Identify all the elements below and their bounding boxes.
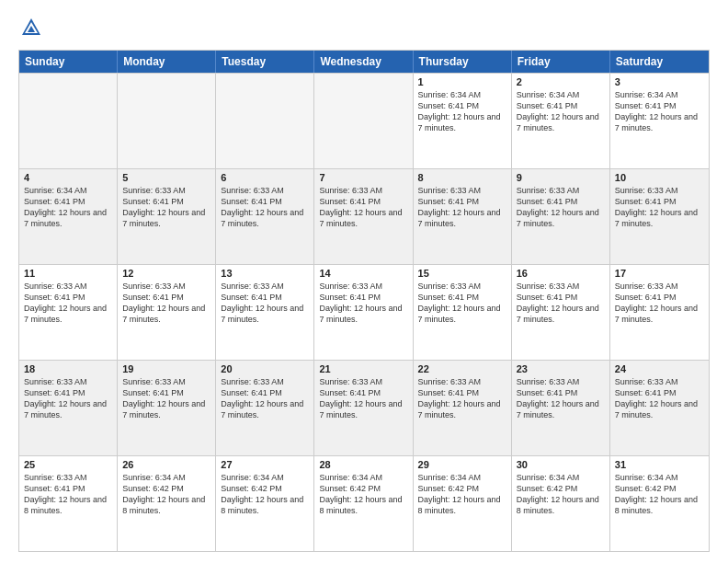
day-info: Sunrise: 6:33 AMSunset: 6:41 PMDaylight:… (418, 281, 506, 326)
calendar: SundayMondayTuesdayWednesdayThursdayFrid… (18, 50, 710, 552)
cal-cell: 1Sunrise: 6:34 AMSunset: 6:41 PMDaylight… (414, 74, 512, 168)
cal-cell: 22Sunrise: 6:33 AMSunset: 6:41 PMDayligh… (414, 361, 512, 455)
day-number: 23 (517, 363, 605, 374)
cal-cell (216, 74, 314, 168)
cal-cell: 6Sunrise: 6:33 AMSunset: 6:41 PMDaylight… (216, 169, 314, 264)
day-info: Sunrise: 6:34 AMSunset: 6:41 PMDaylight:… (24, 185, 112, 230)
cal-cell: 5Sunrise: 6:33 AMSunset: 6:41 PMDaylight… (118, 169, 216, 264)
day-number: 30 (517, 459, 605, 470)
cal-cell: 25Sunrise: 6:33 AMSunset: 6:41 PMDayligh… (19, 456, 118, 551)
cal-header-tuesday: Tuesday (216, 51, 314, 73)
cal-week-1: 1Sunrise: 6:34 AMSunset: 6:41 PMDaylight… (19, 73, 709, 168)
cal-cell: 28Sunrise: 6:34 AMSunset: 6:42 PMDayligh… (314, 456, 413, 551)
day-number: 13 (221, 268, 309, 279)
cal-cell (19, 74, 118, 168)
cal-header-saturday: Saturday (610, 51, 709, 73)
day-number: 4 (24, 172, 112, 183)
day-number: 27 (221, 459, 309, 470)
day-info: Sunrise: 6:34 AMSunset: 6:41 PMDaylight:… (418, 89, 506, 134)
day-number: 2 (517, 76, 605, 87)
cal-cell: 15Sunrise: 6:33 AMSunset: 6:41 PMDayligh… (414, 265, 512, 360)
cal-cell: 23Sunrise: 6:33 AMSunset: 6:41 PMDayligh… (512, 361, 610, 455)
day-info: Sunrise: 6:33 AMSunset: 6:41 PMDaylight:… (24, 376, 112, 421)
cal-cell: 17Sunrise: 6:33 AMSunset: 6:41 PMDayligh… (610, 265, 709, 360)
cal-cell: 2Sunrise: 6:34 AMSunset: 6:41 PMDaylight… (512, 74, 610, 168)
cal-cell: 18Sunrise: 6:33 AMSunset: 6:41 PMDayligh… (19, 361, 118, 455)
cal-cell: 4Sunrise: 6:34 AMSunset: 6:41 PMDaylight… (19, 169, 118, 264)
day-number: 15 (418, 268, 506, 279)
day-number: 12 (122, 268, 210, 279)
cal-cell: 11Sunrise: 6:33 AMSunset: 6:41 PMDayligh… (19, 265, 118, 360)
cal-header-monday: Monday (118, 51, 216, 73)
day-info: Sunrise: 6:33 AMSunset: 6:41 PMDaylight:… (319, 281, 407, 326)
cal-cell: 30Sunrise: 6:34 AMSunset: 6:42 PMDayligh… (512, 456, 610, 551)
day-number: 31 (615, 459, 704, 470)
cal-week-3: 11Sunrise: 6:33 AMSunset: 6:41 PMDayligh… (19, 264, 709, 360)
cal-cell: 29Sunrise: 6:34 AMSunset: 6:42 PMDayligh… (414, 456, 512, 551)
cal-cell: 12Sunrise: 6:33 AMSunset: 6:41 PMDayligh… (118, 265, 216, 360)
day-info: Sunrise: 6:33 AMSunset: 6:41 PMDaylight:… (221, 281, 309, 326)
cal-cell: 26Sunrise: 6:34 AMSunset: 6:42 PMDayligh… (118, 456, 216, 551)
day-info: Sunrise: 6:33 AMSunset: 6:41 PMDaylight:… (517, 185, 605, 230)
day-number: 7 (319, 172, 407, 183)
day-info: Sunrise: 6:33 AMSunset: 6:41 PMDaylight:… (122, 281, 210, 326)
cal-cell: 24Sunrise: 6:33 AMSunset: 6:41 PMDayligh… (610, 361, 709, 455)
cal-week-2: 4Sunrise: 6:34 AMSunset: 6:41 PMDaylight… (19, 168, 709, 264)
cal-header-sunday: Sunday (19, 51, 118, 73)
day-info: Sunrise: 6:34 AMSunset: 6:41 PMDaylight:… (615, 89, 704, 134)
day-info: Sunrise: 6:33 AMSunset: 6:41 PMDaylight:… (221, 185, 309, 230)
day-number: 10 (615, 172, 704, 183)
logo (18, 15, 48, 40)
day-info: Sunrise: 6:34 AMSunset: 6:42 PMDaylight:… (122, 472, 210, 517)
day-info: Sunrise: 6:33 AMSunset: 6:41 PMDaylight:… (517, 281, 605, 326)
cal-cell: 8Sunrise: 6:33 AMSunset: 6:41 PMDaylight… (414, 169, 512, 264)
cal-header-thursday: Thursday (414, 51, 512, 73)
day-info: Sunrise: 6:33 AMSunset: 6:41 PMDaylight:… (517, 376, 605, 421)
day-number: 14 (319, 268, 407, 279)
day-number: 17 (615, 268, 704, 279)
day-info: Sunrise: 6:33 AMSunset: 6:41 PMDaylight:… (319, 185, 407, 230)
day-number: 19 (122, 363, 210, 374)
cal-cell: 19Sunrise: 6:33 AMSunset: 6:41 PMDayligh… (118, 361, 216, 455)
cal-week-5: 25Sunrise: 6:33 AMSunset: 6:41 PMDayligh… (19, 455, 709, 551)
logo-icon (18, 15, 44, 40)
day-number: 1 (418, 76, 506, 87)
cal-cell (118, 74, 216, 168)
day-info: Sunrise: 6:34 AMSunset: 6:42 PMDaylight:… (615, 472, 704, 517)
day-number: 25 (24, 459, 112, 470)
cal-cell: 31Sunrise: 6:34 AMSunset: 6:42 PMDayligh… (610, 456, 709, 551)
cal-cell: 10Sunrise: 6:33 AMSunset: 6:41 PMDayligh… (610, 169, 709, 264)
day-info: Sunrise: 6:33 AMSunset: 6:41 PMDaylight:… (615, 281, 704, 326)
day-info: Sunrise: 6:33 AMSunset: 6:41 PMDaylight:… (24, 281, 112, 326)
day-info: Sunrise: 6:33 AMSunset: 6:41 PMDaylight:… (122, 376, 210, 421)
day-info: Sunrise: 6:33 AMSunset: 6:41 PMDaylight:… (615, 185, 704, 230)
day-info: Sunrise: 6:33 AMSunset: 6:41 PMDaylight:… (418, 376, 506, 421)
day-number: 18 (24, 363, 112, 374)
page: SundayMondayTuesdayWednesdayThursdayFrid… (0, 0, 728, 563)
day-number: 9 (517, 172, 605, 183)
cal-header-friday: Friday (512, 51, 610, 73)
day-number: 22 (418, 363, 506, 374)
cal-cell: 13Sunrise: 6:33 AMSunset: 6:41 PMDayligh… (216, 265, 314, 360)
cal-cell: 20Sunrise: 6:33 AMSunset: 6:41 PMDayligh… (216, 361, 314, 455)
cal-cell: 9Sunrise: 6:33 AMSunset: 6:41 PMDaylight… (512, 169, 610, 264)
day-info: Sunrise: 6:33 AMSunset: 6:41 PMDaylight:… (221, 376, 309, 421)
day-info: Sunrise: 6:33 AMSunset: 6:41 PMDaylight:… (615, 376, 704, 421)
day-info: Sunrise: 6:34 AMSunset: 6:42 PMDaylight:… (517, 472, 605, 517)
day-number: 28 (319, 459, 407, 470)
cal-cell: 21Sunrise: 6:33 AMSunset: 6:41 PMDayligh… (314, 361, 413, 455)
day-number: 29 (418, 459, 506, 470)
day-info: Sunrise: 6:34 AMSunset: 6:41 PMDaylight:… (517, 89, 605, 134)
cal-cell: 14Sunrise: 6:33 AMSunset: 6:41 PMDayligh… (314, 265, 413, 360)
day-number: 6 (221, 172, 309, 183)
day-info: Sunrise: 6:33 AMSunset: 6:41 PMDaylight:… (122, 185, 210, 230)
day-number: 8 (418, 172, 506, 183)
day-number: 11 (24, 268, 112, 279)
day-info: Sunrise: 6:33 AMSunset: 6:41 PMDaylight:… (24, 472, 112, 517)
day-info: Sunrise: 6:34 AMSunset: 6:42 PMDaylight:… (418, 472, 506, 517)
calendar-body: 1Sunrise: 6:34 AMSunset: 6:41 PMDaylight… (19, 73, 709, 551)
cal-week-4: 18Sunrise: 6:33 AMSunset: 6:41 PMDayligh… (19, 360, 709, 455)
day-info: Sunrise: 6:33 AMSunset: 6:41 PMDaylight:… (418, 185, 506, 230)
cal-cell: 7Sunrise: 6:33 AMSunset: 6:41 PMDaylight… (314, 169, 413, 264)
cal-cell: 16Sunrise: 6:33 AMSunset: 6:41 PMDayligh… (512, 265, 610, 360)
